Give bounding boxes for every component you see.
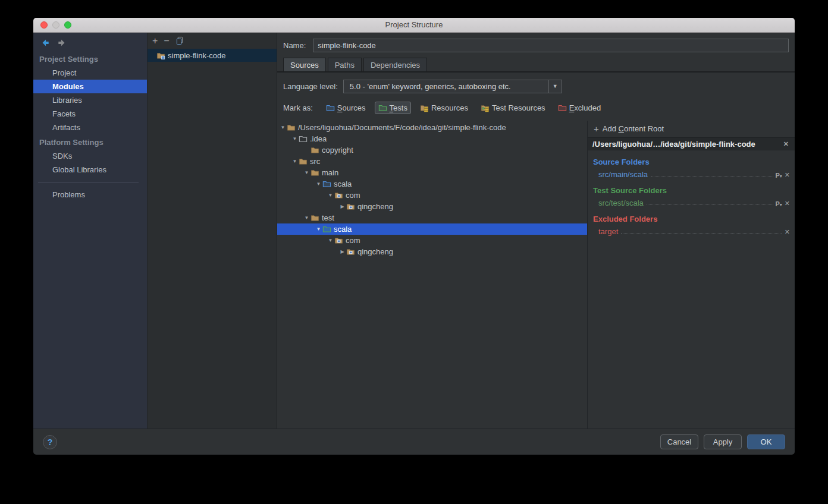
folder-source-icon (326, 103, 335, 112)
tree-expanded-icon[interactable]: ▼ (327, 238, 334, 243)
settings-sidebar: Project SettingsProjectModulesLibrariesF… (33, 33, 148, 429)
forward-icon[interactable] (57, 38, 67, 48)
module-icon (156, 51, 165, 60)
sidebar-item-artifacts[interactable]: Artifacts (33, 121, 147, 134)
tree-row-test[interactable]: ▼test (277, 212, 587, 223)
tree-row-com[interactable]: ▼com (277, 190, 587, 201)
module-tabs: SourcesPathsDependencies (277, 58, 795, 73)
tab-paths[interactable]: Paths (328, 58, 362, 71)
tab-dependencies[interactable]: Dependencies (363, 58, 427, 71)
help-button[interactable]: ? (43, 435, 57, 449)
content-root-path-bar[interactable]: /Users/liguohua/…/idea/git/simple-flink-… (588, 137, 795, 150)
package-icon (334, 236, 343, 245)
package-icon (334, 191, 343, 200)
tree-expanded-icon[interactable]: ▼ (315, 181, 322, 187)
tree-row-src[interactable]: ▼src (277, 156, 587, 167)
tree-row-label: .idea (310, 134, 327, 143)
remove-folder-icon[interactable]: ✕ (783, 200, 791, 207)
folder-path-label[interactable]: src/main/scala (598, 170, 648, 179)
tree-row-label: qingcheng (357, 247, 393, 256)
add-module-icon[interactable]: + (152, 36, 158, 46)
content-root-path: /Users/liguohua/…/idea/git/simple-flink-… (592, 140, 782, 149)
folder-icon (310, 168, 319, 177)
folder-icon (310, 213, 319, 222)
module-label: simple-flink-code (168, 51, 226, 60)
remove-module-icon[interactable]: − (164, 36, 169, 46)
tree-collapsed-icon[interactable]: ▶ (338, 249, 346, 254)
mark-as-excluded-button[interactable]: Excluded (554, 102, 604, 114)
tree-row-label: src (310, 157, 320, 166)
folder-path-label[interactable]: target (598, 227, 618, 236)
mark-as-option-label: Test Resources (492, 103, 545, 112)
tree-expanded-icon[interactable]: ▼ (291, 159, 299, 164)
desktop-background: Project Structure Project SettingsProjec… (0, 0, 828, 504)
sidebar-divider (38, 182, 139, 183)
module-editor: Name: SourcesPathsDependencies Language … (277, 33, 795, 429)
dotted-leader (651, 176, 773, 177)
tree-row-label: scala (334, 179, 352, 188)
tree-expanded-icon[interactable]: ▼ (327, 193, 334, 198)
cancel-button[interactable]: Cancel (660, 434, 698, 449)
tree-expanded-icon[interactable]: ▼ (315, 226, 322, 232)
mark-as-resources-button[interactable]: Resources (416, 102, 472, 114)
add-content-root-button[interactable]: + Add Content Root (594, 124, 795, 134)
tree-row-main[interactable]: ▼main (277, 167, 587, 178)
tree-row-label: copyright (322, 146, 353, 155)
tree-expanded-icon[interactable]: ▼ (279, 125, 287, 130)
folder-item-src-main-scala: src/main/scalaP▾✕ (598, 168, 791, 179)
sidebar-item-facets[interactable]: Facets (33, 107, 147, 121)
titlebar[interactable]: Project Structure (33, 18, 795, 33)
chevron-down-icon[interactable]: ▼ (548, 80, 562, 93)
tree-collapsed-icon[interactable]: ▶ (338, 204, 346, 209)
copy-module-icon[interactable] (175, 36, 184, 45)
mark-as-test-resources-button[interactable]: Test Resources (477, 102, 549, 114)
sidebar-item-libraries[interactable]: Libraries (33, 93, 147, 107)
plus-icon: + (594, 124, 599, 134)
tree-expanded-icon[interactable]: ▼ (291, 136, 299, 141)
back-icon[interactable] (40, 38, 51, 48)
remove-content-root-icon[interactable]: ✕ (782, 140, 790, 148)
folder-test-resources-icon (481, 103, 490, 112)
name-label: Name: (283, 41, 306, 50)
tree-row-label: /Users/liguohua/Documents/F/code/idea/gi… (298, 123, 506, 132)
sidebar-item-project[interactable]: Project (33, 66, 147, 80)
sidebar-item-modules[interactable]: Modules (33, 80, 147, 93)
tree-row-users-liguohua-documents-f-code-idea-git-simple-flink-code[interactable]: ▼/Users/liguohua/Documents/F/code/idea/g… (277, 122, 587, 133)
remove-folder-icon[interactable]: ✕ (783, 171, 791, 179)
tree-row-qingcheng[interactable]: ▶qingcheng (277, 201, 587, 212)
folder-source-icon (322, 179, 331, 188)
history-nav (33, 33, 147, 51)
tree-row-com[interactable]: ▼com (277, 235, 587, 246)
tree-row-scala[interactable]: ▼scala (277, 223, 587, 235)
mark-as-sources-button[interactable]: Sources (322, 102, 369, 114)
tree-expanded-icon[interactable]: ▼ (303, 215, 310, 220)
tree-row-idea[interactable]: ▼.idea (277, 133, 587, 144)
sidebar-section-header-platform-settings: Platform Settings (33, 134, 147, 149)
sidebar-item-global-libraries[interactable]: Global Libraries (33, 163, 147, 177)
content-roots-panel: + Add Content Root /Users/liguohua/…/ide… (588, 121, 795, 429)
dialog-footer: ? Cancel Apply OK (33, 429, 795, 455)
tab-sources[interactable]: Sources (283, 58, 326, 71)
module-list-item-simple-flink-code[interactable]: simple-flink-code (148, 49, 277, 62)
package-prefix-icon[interactable]: P▾ (775, 200, 782, 207)
tree-row-scala[interactable]: ▼scala (277, 178, 587, 190)
apply-button[interactable]: Apply (704, 434, 742, 449)
sidebar-item-sdks[interactable]: SDKs (33, 149, 147, 163)
package-prefix-icon[interactable]: P▾ (775, 172, 782, 179)
mark-as-tests-button[interactable]: Tests (375, 102, 411, 114)
tree-row-copyright[interactable]: copyright (277, 144, 587, 156)
ok-button[interactable]: OK (747, 434, 785, 449)
module-toolbar: + − (148, 33, 277, 49)
package-icon (346, 202, 355, 211)
tree-row-label: com (346, 191, 360, 200)
tree-row-qingcheng[interactable]: ▶qingcheng (277, 246, 587, 257)
remove-folder-icon[interactable]: ✕ (783, 228, 791, 236)
tree-expanded-icon[interactable]: ▼ (303, 170, 310, 175)
package-icon (346, 247, 355, 256)
sidebar-item-problems[interactable]: Problems (33, 188, 147, 201)
folder-test-icon (322, 225, 331, 234)
folder-item-target: target✕ (598, 225, 791, 236)
folder-path-label[interactable]: src/test/scala (598, 199, 644, 207)
module-name-input[interactable] (313, 39, 789, 52)
language-level-select[interactable]: 5.0 - 'enum' keyword, generics, autoboxi… (343, 80, 562, 93)
